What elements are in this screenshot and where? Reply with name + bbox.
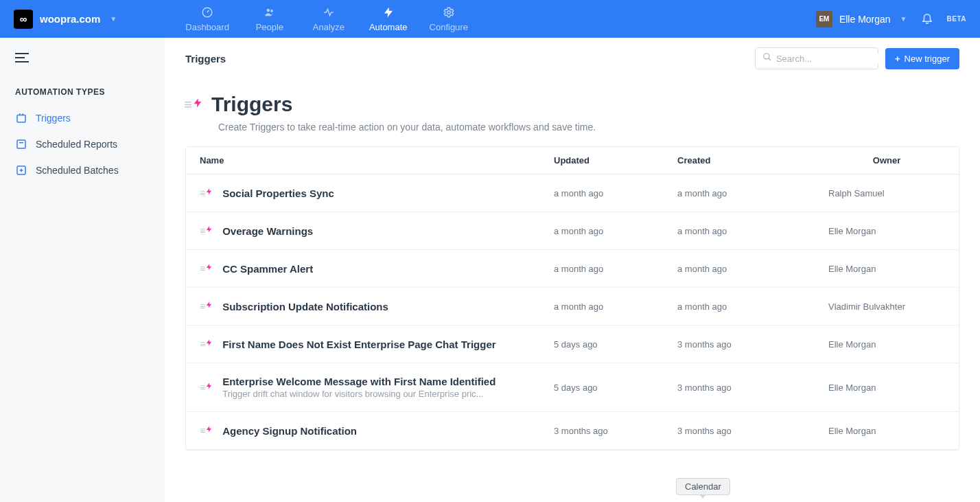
user-menu[interactable]: EM Elle Morgan ▼ [816,11,907,27]
sidebar-item-scheduled-batches[interactable]: Scheduled Batches [0,157,165,183]
row-name: First Name Does Not Exist Enterprise Pag… [222,339,554,350]
svg-marker-24 [207,426,211,432]
sidebar: AUTOMATION TYPES Triggers Scheduled Repo… [0,38,165,502]
table-row[interactable]: ≡Overage Warningsa month agoa month agoE… [186,212,959,250]
trigger-bolt-icon: ≡ [200,424,213,437]
svg-marker-18 [207,188,211,194]
site-switcher[interactable]: ∞ woopra.com ▼ [14,10,117,29]
search-box[interactable] [755,47,878,69]
calendar-tooltip: Calendar [676,478,730,495]
row-owner: Ralph Samuel [828,188,945,198]
page-header: ≡ Triggers Create Triggers to take real-… [165,79,980,146]
new-trigger-button[interactable]: + New trigger [885,48,959,69]
menu-icon [15,53,29,65]
trigger-bolt-icon: ≡ [200,338,213,350]
main-layout: AUTOMATION TYPES Triggers Scheduled Repo… [0,38,980,502]
row-name-cell: ≡CC Spammer Alert [200,262,554,275]
table-body[interactable]: ≡Social Properties Synca month agoa mont… [186,174,959,450]
trigger-bolt-icon: ≡ [200,262,213,275]
svg-marker-20 [207,264,211,270]
row-name: Agency Signup Notification [222,425,554,437]
nav-tab-people[interactable]: People [251,0,288,38]
svg-marker-19 [207,226,211,232]
sidebar-item-label: Scheduled Batches [36,165,119,176]
svg-marker-17 [194,98,202,107]
sidebar-heading: AUTOMATION TYPES [0,75,165,105]
svg-marker-4 [384,7,393,17]
sidebar-item-label: Triggers [36,113,71,124]
caret-down-icon: ▼ [110,15,117,23]
triggers-table: Name Updated Created Owner ≡Social Prope… [185,146,959,450]
nav-tab-configure[interactable]: Configure [430,0,468,38]
row-updated: 5 days ago [554,339,677,350]
table-row[interactable]: ≡Social Properties Synca month agoa mont… [186,174,959,212]
nav-tab-label: Dashboard [185,22,229,32]
row-created: 3 months ago [677,383,828,393]
batch-icon [15,164,27,176]
row-name: CC Spammer Alert [222,263,554,275]
sidebar-item-triggers[interactable]: Triggers [0,105,165,131]
row-created: a month ago [677,226,828,236]
row-desc: Trigger drift chat window for visitors b… [222,389,554,399]
caret-down-icon: ▼ [900,15,907,23]
bell-icon[interactable] [921,12,933,27]
site-name: woopra.com [40,13,100,25]
row-updated: a month ago [554,301,677,312]
header-name[interactable]: Name [200,155,554,166]
row-created: a month ago [677,188,828,198]
bolt-icon [382,6,395,21]
user-name: Elle Morgan [839,14,891,25]
search-icon [762,52,772,65]
header-created[interactable]: Created [677,155,828,166]
table-row[interactable]: ≡First Name Does Not Exist Enterprise Pa… [186,326,959,363]
nav-tabs: Dashboard People Analyze Automate Config… [185,0,468,38]
row-updated: a month ago [554,188,677,198]
trigger-bolt-icon: ≡ [200,225,213,237]
svg-line-16 [769,58,771,61]
trigger-bolt-icon: ≡ [185,96,202,113]
header-owner[interactable]: Owner [828,155,945,166]
table-row[interactable]: ≡Enterprise Welcome Message with First N… [186,363,959,412]
plus-icon: + [895,54,900,64]
row-created: 3 months ago [677,426,828,436]
svg-line-1 [207,10,209,12]
nav-tab-dashboard[interactable]: Dashboard [185,0,229,38]
row-owner: Elle Morgan [828,264,945,274]
gear-icon [443,6,455,21]
svg-rect-10 [17,140,25,148]
svg-marker-23 [207,383,211,389]
row-owner: Elle Morgan [828,339,945,350]
table-row[interactable]: ≡CC Spammer Alerta month agoa month agoE… [186,250,959,288]
new-trigger-label: New trigger [905,54,950,64]
search-input[interactable] [776,54,891,64]
table-row[interactable]: ≡Subscription Update Notificationsa mont… [186,288,959,326]
trigger-bolt-icon: ≡ [200,300,213,312]
header-updated[interactable]: Updated [554,155,677,166]
row-name: Enterprise Welcome Message with First Na… [222,376,554,387]
top-nav: ∞ woopra.com ▼ Dashboard People Analyze [0,0,980,38]
nav-tab-label: Automate [369,22,408,32]
people-icon [264,6,276,21]
sidebar-toggle[interactable] [0,50,165,75]
content-toolbar: Triggers + New trigger [165,38,980,79]
svg-rect-9 [17,115,25,123]
table-row[interactable]: ≡Agency Signup Notification3 months ago3… [186,412,959,450]
page-title: Triggers [211,93,292,116]
row-owner: Vladimir Bulvakhter [828,301,945,312]
gauge-icon [201,6,213,21]
sidebar-item-scheduled-reports[interactable]: Scheduled Reports [0,131,165,157]
trigger-bolt-icon: ≡ [200,381,213,393]
row-updated: 3 months ago [554,426,677,436]
row-name-cell: ≡Enterprise Welcome Message with First N… [200,376,554,399]
svg-point-5 [447,10,450,14]
row-updated: a month ago [554,226,677,236]
nav-tab-analyze[interactable]: Analyze [310,0,347,38]
row-owner: Elle Morgan [828,383,945,393]
nav-tab-label: People [256,22,283,32]
row-owner: Elle Morgan [828,226,945,236]
page-subtitle: Create Triggers to take real-time action… [218,122,959,133]
nav-tab-label: Analyze [313,22,345,32]
nav-right: EM Elle Morgan ▼ BETA [816,11,966,27]
nav-tab-automate[interactable]: Automate [369,0,408,38]
breadcrumb: Triggers [185,53,226,65]
